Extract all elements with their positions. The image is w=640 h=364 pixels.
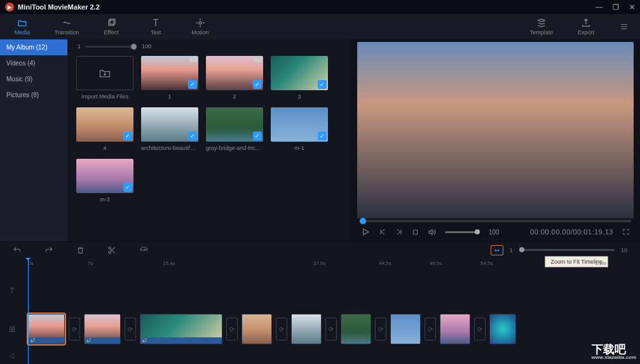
svg-rect-0 [109,20,114,25]
maximize-button[interactable]: ❐ [613,3,619,11]
tab-motion[interactable]: Motion [178,14,222,39]
app-logo-icon: ▶ [5,3,14,11]
tab-text[interactable]: Text [133,14,178,39]
sidebar-item-myalbum[interactable]: My Album (12) [0,39,67,55]
transition-slot[interactable]: ⟳ [276,318,287,340]
text-track[interactable] [24,272,640,310]
media-thumb[interactable]: ✓ [141,107,198,142]
transition-slot[interactable]: ⟳ [375,318,386,340]
media-thumb[interactable]: ✓ [76,159,133,193]
edit-toolbar: 1 10 Zoom to Fit Timeline [0,241,640,258]
media-thumb[interactable]: ✓ [271,56,328,90]
timeline-ruler[interactable]: 0s 7s 15.4s 37.9s 44.5s 49.5s 54.5s 1.1m [24,258,640,272]
media-thumb[interactable]: ✓ [206,56,263,90]
undo-button[interactable] [13,246,22,255]
preview-scrubber[interactable] [360,220,631,222]
svg-point-5 [109,251,111,253]
titlebar: ▶ MiniTool MovieMaker 2.2 — ❐ ✕ [0,0,640,14]
scissors-icon [107,246,116,255]
used-check-icon: ✓ [318,131,327,140]
next-frame-button[interactable] [395,228,403,236]
media-thumb[interactable]: ✓ [141,56,198,90]
tab-transition[interactable]: Transition [44,14,89,39]
folder-icon [17,18,28,28]
zoom-min-label: 1 [78,43,81,50]
audio-track-head[interactable]: ♫ [0,348,24,363]
timeline-clip[interactable] [341,314,371,344]
video-badge-icon [189,57,197,62]
media-panel: 1 100 Import Media Files ✓ 1 ✓ 2 ✓ 3 [67,39,351,241]
transition-slot[interactable]: ⟳ [125,318,136,340]
transition-slot[interactable]: ⟳ [69,318,80,340]
svg-rect-1 [110,19,115,24]
volume-button[interactable] [428,228,436,236]
zoom-fit-button[interactable] [491,245,503,255]
transition-slot[interactable]: ⟳ [226,318,238,340]
timeline-clip[interactable] [489,314,516,344]
effect-icon [106,18,117,28]
timeline-clip[interactable] [390,314,421,344]
timeline-clip[interactable] [242,314,272,344]
volume-icon [428,228,436,236]
video-track-head[interactable]: ⊞ [0,310,24,348]
tl-zoom-max: 10 [621,247,627,253]
tl-zoom-min: 1 [510,247,513,253]
prev-frame-button[interactable] [379,228,386,236]
media-label: 3 [297,93,301,100]
media-thumb[interactable]: ✓ [76,107,133,142]
sidebar-item-music[interactable]: Music (9) [0,71,67,87]
transition-icon [61,18,72,28]
text-icon [150,18,161,28]
undo-icon [13,246,22,255]
close-button[interactable]: ✕ [629,3,635,11]
tab-media[interactable]: Media [0,14,44,39]
redo-button[interactable] [44,246,53,255]
thumbnail-zoom-slider[interactable] [86,46,137,48]
volume-slider[interactable] [445,231,480,233]
fullscreen-button[interactable] [622,228,630,236]
transition-slot[interactable]: ⟳ [325,318,337,340]
media-label: m-1 [294,145,304,151]
sidebar-item-videos[interactable]: Videos (4) [0,55,67,71]
timeline-zoom-slider[interactable] [519,249,615,251]
split-button[interactable] [107,246,116,255]
timeline-clip[interactable] [140,314,222,344]
tab-template[interactable]: Template [519,14,564,39]
timeline-clip[interactable] [84,314,121,344]
clip-audio-icon [85,337,120,344]
import-media-button[interactable] [76,56,133,90]
main-toolbar: Media Transition Effect Text Motion Temp… [0,14,640,39]
text-track-head[interactable]: T [0,272,24,310]
tab-effect[interactable]: Effect [89,14,133,39]
used-check-icon: ✓ [123,183,132,192]
delete-button[interactable] [76,246,85,255]
preview-canvas[interactable] [357,42,634,219]
tab-export[interactable]: Export [564,14,608,39]
used-check-icon: ✓ [188,131,197,140]
zoom-max-label: 100 [142,43,151,50]
used-check-icon: ✓ [318,80,327,89]
minimize-button[interactable]: — [596,3,603,11]
timeline-clip[interactable] [440,314,470,344]
speed-button[interactable] [139,246,149,255]
next-frame-icon [395,228,403,236]
timeline-clip[interactable] [28,314,65,344]
playhead[interactable] [28,258,29,364]
media-thumb[interactable]: ✓ [271,107,328,142]
menu-button[interactable] [608,14,640,39]
timeline-clip[interactable] [291,314,322,344]
prev-frame-icon [379,228,386,236]
transition-slot[interactable]: ⟳ [425,318,436,340]
export-icon [580,18,592,28]
video-track[interactable]: ⟳ ⟳ ⟳ ⟳ ⟳ ⟳ ⟳ ⟳ [24,310,640,348]
media-thumb[interactable]: ✓ [206,107,263,142]
used-check-icon: ✓ [123,131,132,140]
fullscreen-icon [622,228,630,236]
transition-slot[interactable]: ⟳ [474,318,486,340]
play-button[interactable] [361,227,370,236]
audio-track[interactable] [24,348,640,363]
used-check-icon: ✓ [188,80,197,89]
stop-button[interactable] [412,229,419,236]
sidebar-item-pictures[interactable]: Pictures (8) [0,87,67,103]
media-label: gray-bridge-and-trees... [206,145,263,151]
